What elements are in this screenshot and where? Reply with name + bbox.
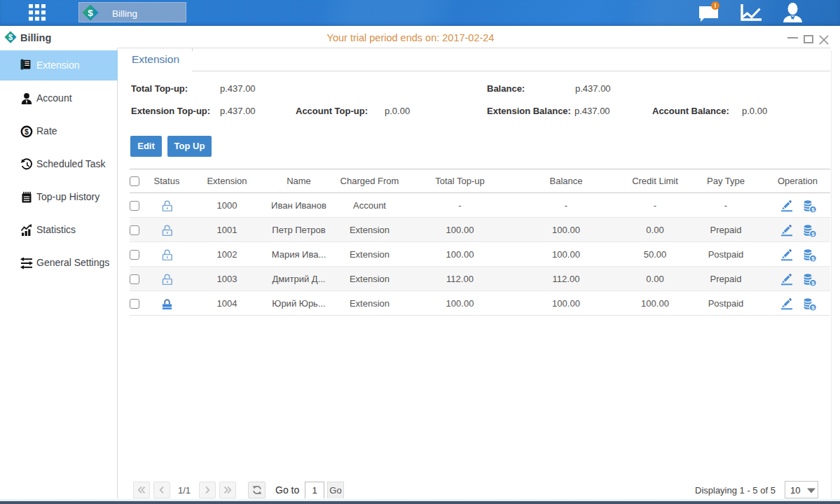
svg-text:$: $ (8, 33, 13, 41)
svg-text:$: $ (88, 8, 93, 18)
svg-text:$: $ (25, 127, 29, 136)
